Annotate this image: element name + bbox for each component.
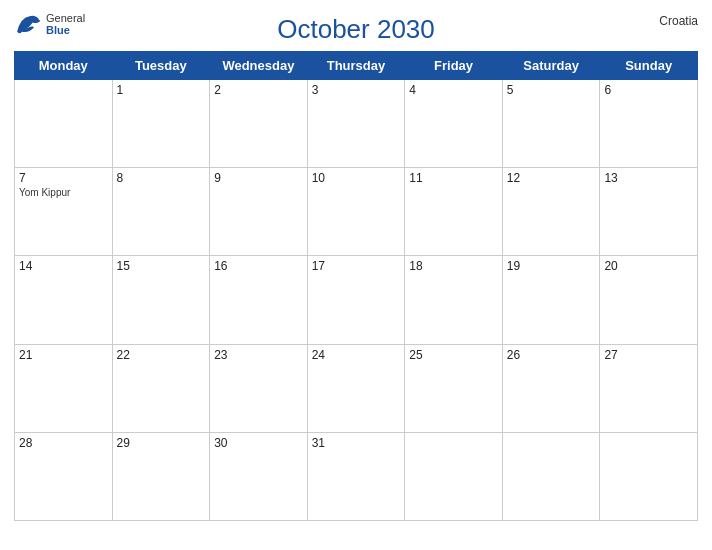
- country-label: Croatia: [659, 14, 698, 28]
- day-number: 5: [507, 83, 596, 97]
- day-number: 2: [214, 83, 303, 97]
- calendar-container: General Blue October 2030 Croatia Monday…: [0, 0, 712, 550]
- logo-text: General Blue: [46, 12, 85, 36]
- calendar-table: MondayTuesdayWednesdayThursdayFridaySatu…: [14, 51, 698, 521]
- week-row-4: 21222324252627: [15, 344, 698, 432]
- day-cell: 31: [307, 432, 405, 520]
- day-number: 23: [214, 348, 303, 362]
- day-number: 21: [19, 348, 108, 362]
- day-cell: 7Yom Kippur: [15, 168, 113, 256]
- day-cell: [502, 432, 600, 520]
- day-number: 31: [312, 436, 401, 450]
- day-number: 16: [214, 259, 303, 273]
- weekday-header-sunday: Sunday: [600, 52, 698, 80]
- day-number: 22: [117, 348, 206, 362]
- day-cell: 8: [112, 168, 210, 256]
- day-cell: 30: [210, 432, 308, 520]
- logo-icon: [14, 10, 42, 38]
- day-number: 6: [604, 83, 693, 97]
- weekday-header-friday: Friday: [405, 52, 503, 80]
- day-cell: 6: [600, 80, 698, 168]
- calendar-title: October 2030: [277, 14, 435, 45]
- day-number: 11: [409, 171, 498, 185]
- weekday-header-saturday: Saturday: [502, 52, 600, 80]
- weekday-header-wednesday: Wednesday: [210, 52, 308, 80]
- day-cell: [600, 432, 698, 520]
- day-cell: 21: [15, 344, 113, 432]
- day-number: 29: [117, 436, 206, 450]
- logo-general: General: [46, 12, 85, 24]
- day-cell: 5: [502, 80, 600, 168]
- day-number: 25: [409, 348, 498, 362]
- day-cell: 26: [502, 344, 600, 432]
- day-cell: 10: [307, 168, 405, 256]
- day-cell: 28: [15, 432, 113, 520]
- day-cell: 23: [210, 344, 308, 432]
- day-cell: 16: [210, 256, 308, 344]
- weekday-header-thursday: Thursday: [307, 52, 405, 80]
- day-cell: 1: [112, 80, 210, 168]
- day-number: 3: [312, 83, 401, 97]
- day-cell: 18: [405, 256, 503, 344]
- day-cell: [15, 80, 113, 168]
- day-cell: 19: [502, 256, 600, 344]
- day-cell: 4: [405, 80, 503, 168]
- week-row-3: 14151617181920: [15, 256, 698, 344]
- day-cell: 17: [307, 256, 405, 344]
- day-cell: 11: [405, 168, 503, 256]
- week-row-2: 7Yom Kippur8910111213: [15, 168, 698, 256]
- day-number: 14: [19, 259, 108, 273]
- day-event: Yom Kippur: [19, 187, 108, 198]
- day-number: 4: [409, 83, 498, 97]
- logo-area: General Blue: [14, 10, 85, 38]
- day-cell: 14: [15, 256, 113, 344]
- day-cell: 29: [112, 432, 210, 520]
- day-number: 28: [19, 436, 108, 450]
- day-cell: 20: [600, 256, 698, 344]
- day-cell: [405, 432, 503, 520]
- day-cell: 27: [600, 344, 698, 432]
- day-number: 20: [604, 259, 693, 273]
- day-number: 1: [117, 83, 206, 97]
- weekday-header-tuesday: Tuesday: [112, 52, 210, 80]
- calendar-header: General Blue October 2030 Croatia: [14, 10, 698, 45]
- day-cell: 22: [112, 344, 210, 432]
- day-number: 30: [214, 436, 303, 450]
- day-number: 24: [312, 348, 401, 362]
- day-number: 27: [604, 348, 693, 362]
- day-cell: 25: [405, 344, 503, 432]
- weekday-header-monday: Monday: [15, 52, 113, 80]
- day-cell: 2: [210, 80, 308, 168]
- day-number: 10: [312, 171, 401, 185]
- day-cell: 24: [307, 344, 405, 432]
- day-number: 26: [507, 348, 596, 362]
- week-row-1: 123456: [15, 80, 698, 168]
- week-row-5: 28293031: [15, 432, 698, 520]
- day-cell: 15: [112, 256, 210, 344]
- day-cell: 12: [502, 168, 600, 256]
- day-cell: 9: [210, 168, 308, 256]
- day-number: 18: [409, 259, 498, 273]
- weekday-header-row: MondayTuesdayWednesdayThursdayFridaySatu…: [15, 52, 698, 80]
- day-cell: 13: [600, 168, 698, 256]
- day-number: 8: [117, 171, 206, 185]
- day-cell: 3: [307, 80, 405, 168]
- day-number: 7: [19, 171, 108, 185]
- day-number: 19: [507, 259, 596, 273]
- day-number: 13: [604, 171, 693, 185]
- day-number: 15: [117, 259, 206, 273]
- day-number: 12: [507, 171, 596, 185]
- day-number: 9: [214, 171, 303, 185]
- logo-blue: Blue: [46, 24, 85, 36]
- day-number: 17: [312, 259, 401, 273]
